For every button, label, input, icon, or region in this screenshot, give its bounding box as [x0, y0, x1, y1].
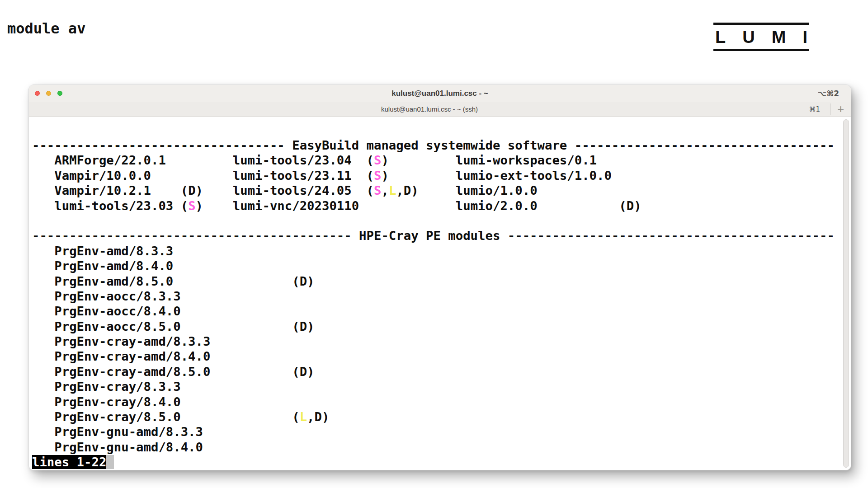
terminal-line: PrgEnv-gnu-amd/8.4.0 [32, 440, 851, 455]
terminal-line: lumi-tools/23.03 (S) lumi-vnc/20230110 l… [32, 198, 851, 213]
logo-letter: U [742, 28, 755, 46]
terminal-line: PrgEnv-aocc/8.5.0 (D) [32, 319, 851, 334]
tab-bar: kulust@uan01.lumi.csc - ~ (ssh) ⌘1 + [29, 102, 851, 117]
tab-title: kulust@uan01.lumi.csc - ~ (ssh) [381, 105, 478, 113]
terminal-line: PrgEnv-amd/8.4.0 [32, 258, 851, 273]
terminal-line: PrgEnv-cray/8.4.0 [32, 394, 851, 409]
terminal-line: PrgEnv-amd/8.5.0 (D) [32, 274, 851, 289]
terminal-line: ----------------------------------------… [32, 228, 851, 243]
terminal-line [32, 213, 851, 228]
terminal-line: PrgEnv-cray/8.5.0 (L,D) [32, 409, 851, 424]
new-tab-button[interactable]: + [830, 102, 851, 117]
terminal-output: ---------------------------------- EasyB… [32, 138, 851, 470]
slide: module av L U M I kulust@uan01.lumi.csc … [0, 0, 868, 488]
lumi-logo: L U M I [713, 23, 809, 51]
terminal-line: ---------------------------------- EasyB… [32, 138, 851, 153]
terminal-line: Vampir/10.2.1 (D) lumi-tools/24.05 (S,L,… [32, 183, 851, 198]
lumi-logo-text: L U M I [713, 28, 809, 46]
terminal-line: PrgEnv-cray/8.3.3 [32, 379, 851, 394]
terminal-line: PrgEnv-aocc/8.4.0 [32, 304, 851, 319]
terminal-line: PrgEnv-cray-amd/8.4.0 [32, 349, 851, 364]
window-title: kulust@uan01.lumi.csc - ~ [29, 89, 851, 98]
status-pager-indicator: lines 1-22 [32, 455, 106, 469]
title-bar[interactable]: kulust@uan01.lumi.csc - ~ ⌥⌘2 [29, 85, 851, 102]
ssh-tab[interactable]: kulust@uan01.lumi.csc - ~ (ssh) ⌘1 [29, 102, 830, 117]
terminal-line: PrgEnv-gnu-amd/8.3.3 [32, 424, 851, 439]
terminal-line: Vampir/10.0.0 lumi-tools/23.11 (S) lumio… [32, 168, 851, 183]
logo-letter: I [802, 28, 807, 46]
tab-shortcut-badge: ⌘1 [809, 105, 820, 113]
terminal-cursor [106, 455, 113, 469]
scrollbar-thumb[interactable] [843, 119, 849, 468]
terminal-line: PrgEnv-cray-amd/8.3.3 [32, 334, 851, 349]
logo-letter: L [715, 28, 726, 46]
terminal-body[interactable]: ---------------------------------- EasyB… [29, 117, 851, 470]
terminal-line: PrgEnv-aocc/8.3.3 [32, 289, 851, 304]
terminal-line: PrgEnv-amd/8.3.3 [32, 244, 851, 258]
logo-letter: M [772, 28, 786, 46]
terminal-line: PrgEnv-cray-amd/8.5.0 (D) [32, 364, 851, 379]
command-title: module av [7, 20, 85, 37]
window-shortcut-badge: ⌥⌘2 [818, 89, 839, 98]
terminal-line: lines 1-22 [32, 455, 851, 469]
terminal-window: kulust@uan01.lumi.csc - ~ ⌥⌘2 kulust@uan… [28, 84, 851, 470]
terminal-line: ARMForge/22.0.1 lumi-tools/23.04 (S) lum… [32, 153, 851, 168]
